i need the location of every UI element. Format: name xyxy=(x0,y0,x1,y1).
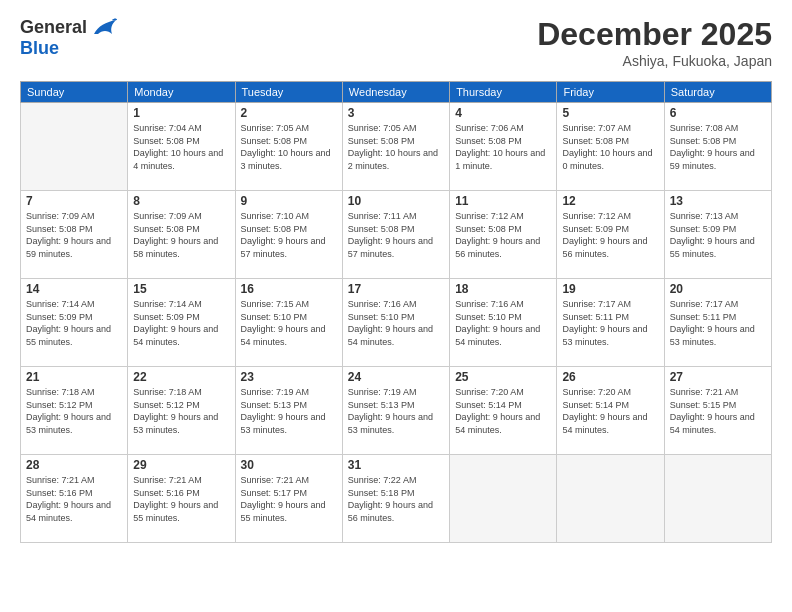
day-info: Sunrise: 7:11 AMSunset: 5:08 PMDaylight:… xyxy=(348,210,444,260)
day-info: Sunrise: 7:06 AMSunset: 5:08 PMDaylight:… xyxy=(455,122,551,172)
day-number: 17 xyxy=(348,282,444,296)
day-info: Sunrise: 7:14 AMSunset: 5:09 PMDaylight:… xyxy=(133,298,229,348)
calendar-cell: 18Sunrise: 7:16 AMSunset: 5:10 PMDayligh… xyxy=(450,279,557,367)
week-row-1: 7Sunrise: 7:09 AMSunset: 5:08 PMDaylight… xyxy=(21,191,772,279)
day-info: Sunrise: 7:21 AMSunset: 5:17 PMDaylight:… xyxy=(241,474,337,524)
day-number: 22 xyxy=(133,370,229,384)
day-number: 31 xyxy=(348,458,444,472)
day-number: 8 xyxy=(133,194,229,208)
week-row-2: 14Sunrise: 7:14 AMSunset: 5:09 PMDayligh… xyxy=(21,279,772,367)
calendar-cell: 2Sunrise: 7:05 AMSunset: 5:08 PMDaylight… xyxy=(235,103,342,191)
title-section: December 2025 Ashiya, Fukuoka, Japan xyxy=(537,16,772,69)
calendar-cell: 20Sunrise: 7:17 AMSunset: 5:11 PMDayligh… xyxy=(664,279,771,367)
day-number: 13 xyxy=(670,194,766,208)
day-number: 16 xyxy=(241,282,337,296)
calendar-cell: 12Sunrise: 7:12 AMSunset: 5:09 PMDayligh… xyxy=(557,191,664,279)
calendar-cell: 1Sunrise: 7:04 AMSunset: 5:08 PMDaylight… xyxy=(128,103,235,191)
day-info: Sunrise: 7:18 AMSunset: 5:12 PMDaylight:… xyxy=(133,386,229,436)
day-number: 7 xyxy=(26,194,122,208)
header-sunday: Sunday xyxy=(21,82,128,103)
logo-general: General xyxy=(20,18,87,36)
day-info: Sunrise: 7:14 AMSunset: 5:09 PMDaylight:… xyxy=(26,298,122,348)
header-monday: Monday xyxy=(128,82,235,103)
calendar-table: Sunday Monday Tuesday Wednesday Thursday… xyxy=(20,81,772,543)
day-number: 19 xyxy=(562,282,658,296)
calendar-cell: 13Sunrise: 7:13 AMSunset: 5:09 PMDayligh… xyxy=(664,191,771,279)
page-header: General Blue December 2025 Ashiya, Fukuo… xyxy=(20,16,772,69)
day-info: Sunrise: 7:22 AMSunset: 5:18 PMDaylight:… xyxy=(348,474,444,524)
day-number: 10 xyxy=(348,194,444,208)
day-info: Sunrise: 7:13 AMSunset: 5:09 PMDaylight:… xyxy=(670,210,766,260)
day-info: Sunrise: 7:21 AMSunset: 5:16 PMDaylight:… xyxy=(133,474,229,524)
header-thursday: Thursday xyxy=(450,82,557,103)
calendar-cell: 8Sunrise: 7:09 AMSunset: 5:08 PMDaylight… xyxy=(128,191,235,279)
calendar-cell: 29Sunrise: 7:21 AMSunset: 5:16 PMDayligh… xyxy=(128,455,235,543)
day-number: 29 xyxy=(133,458,229,472)
day-info: Sunrise: 7:05 AMSunset: 5:08 PMDaylight:… xyxy=(241,122,337,172)
logo-blue: Blue xyxy=(20,38,59,59)
day-number: 12 xyxy=(562,194,658,208)
calendar-cell: 15Sunrise: 7:14 AMSunset: 5:09 PMDayligh… xyxy=(128,279,235,367)
day-info: Sunrise: 7:09 AMSunset: 5:08 PMDaylight:… xyxy=(26,210,122,260)
calendar-cell: 23Sunrise: 7:19 AMSunset: 5:13 PMDayligh… xyxy=(235,367,342,455)
week-row-4: 28Sunrise: 7:21 AMSunset: 5:16 PMDayligh… xyxy=(21,455,772,543)
day-number: 21 xyxy=(26,370,122,384)
calendar-cell: 25Sunrise: 7:20 AMSunset: 5:14 PMDayligh… xyxy=(450,367,557,455)
calendar-cell: 14Sunrise: 7:14 AMSunset: 5:09 PMDayligh… xyxy=(21,279,128,367)
calendar-cell: 16Sunrise: 7:15 AMSunset: 5:10 PMDayligh… xyxy=(235,279,342,367)
day-number: 4 xyxy=(455,106,551,120)
day-number: 3 xyxy=(348,106,444,120)
day-number: 1 xyxy=(133,106,229,120)
day-number: 5 xyxy=(562,106,658,120)
calendar-cell: 19Sunrise: 7:17 AMSunset: 5:11 PMDayligh… xyxy=(557,279,664,367)
day-info: Sunrise: 7:19 AMSunset: 5:13 PMDaylight:… xyxy=(241,386,337,436)
day-info: Sunrise: 7:09 AMSunset: 5:08 PMDaylight:… xyxy=(133,210,229,260)
calendar-cell xyxy=(557,455,664,543)
calendar-cell xyxy=(21,103,128,191)
calendar-cell xyxy=(450,455,557,543)
week-row-0: 1Sunrise: 7:04 AMSunset: 5:08 PMDaylight… xyxy=(21,103,772,191)
logo-bird-icon xyxy=(90,16,118,38)
calendar-cell: 27Sunrise: 7:21 AMSunset: 5:15 PMDayligh… xyxy=(664,367,771,455)
calendar-cell: 7Sunrise: 7:09 AMSunset: 5:08 PMDaylight… xyxy=(21,191,128,279)
day-number: 27 xyxy=(670,370,766,384)
day-number: 6 xyxy=(670,106,766,120)
day-number: 25 xyxy=(455,370,551,384)
calendar-cell: 4Sunrise: 7:06 AMSunset: 5:08 PMDaylight… xyxy=(450,103,557,191)
calendar-cell: 5Sunrise: 7:07 AMSunset: 5:08 PMDaylight… xyxy=(557,103,664,191)
header-saturday: Saturday xyxy=(664,82,771,103)
header-tuesday: Tuesday xyxy=(235,82,342,103)
weekday-header-row: Sunday Monday Tuesday Wednesday Thursday… xyxy=(21,82,772,103)
day-number: 26 xyxy=(562,370,658,384)
day-info: Sunrise: 7:17 AMSunset: 5:11 PMDaylight:… xyxy=(562,298,658,348)
calendar-cell xyxy=(664,455,771,543)
day-info: Sunrise: 7:20 AMSunset: 5:14 PMDaylight:… xyxy=(562,386,658,436)
day-info: Sunrise: 7:12 AMSunset: 5:08 PMDaylight:… xyxy=(455,210,551,260)
day-number: 28 xyxy=(26,458,122,472)
day-number: 23 xyxy=(241,370,337,384)
day-number: 20 xyxy=(670,282,766,296)
logo: General Blue xyxy=(20,16,118,59)
calendar-cell: 30Sunrise: 7:21 AMSunset: 5:17 PMDayligh… xyxy=(235,455,342,543)
day-info: Sunrise: 7:21 AMSunset: 5:16 PMDaylight:… xyxy=(26,474,122,524)
day-info: Sunrise: 7:21 AMSunset: 5:15 PMDaylight:… xyxy=(670,386,766,436)
calendar-cell: 22Sunrise: 7:18 AMSunset: 5:12 PMDayligh… xyxy=(128,367,235,455)
calendar-cell: 28Sunrise: 7:21 AMSunset: 5:16 PMDayligh… xyxy=(21,455,128,543)
day-number: 9 xyxy=(241,194,337,208)
day-number: 18 xyxy=(455,282,551,296)
header-wednesday: Wednesday xyxy=(342,82,449,103)
calendar-cell: 24Sunrise: 7:19 AMSunset: 5:13 PMDayligh… xyxy=(342,367,449,455)
day-info: Sunrise: 7:04 AMSunset: 5:08 PMDaylight:… xyxy=(133,122,229,172)
calendar-cell: 10Sunrise: 7:11 AMSunset: 5:08 PMDayligh… xyxy=(342,191,449,279)
day-info: Sunrise: 7:10 AMSunset: 5:08 PMDaylight:… xyxy=(241,210,337,260)
day-info: Sunrise: 7:16 AMSunset: 5:10 PMDaylight:… xyxy=(348,298,444,348)
day-info: Sunrise: 7:18 AMSunset: 5:12 PMDaylight:… xyxy=(26,386,122,436)
day-number: 15 xyxy=(133,282,229,296)
day-number: 30 xyxy=(241,458,337,472)
day-info: Sunrise: 7:20 AMSunset: 5:14 PMDaylight:… xyxy=(455,386,551,436)
calendar-cell: 17Sunrise: 7:16 AMSunset: 5:10 PMDayligh… xyxy=(342,279,449,367)
day-info: Sunrise: 7:19 AMSunset: 5:13 PMDaylight:… xyxy=(348,386,444,436)
calendar-cell: 6Sunrise: 7:08 AMSunset: 5:08 PMDaylight… xyxy=(664,103,771,191)
page-container: General Blue December 2025 Ashiya, Fukuo… xyxy=(0,0,792,553)
header-friday: Friday xyxy=(557,82,664,103)
